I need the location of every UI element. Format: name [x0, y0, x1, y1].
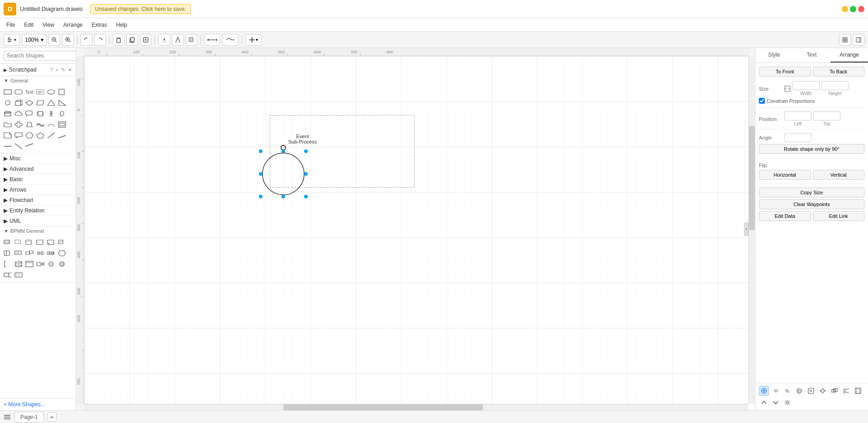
- drawing-canvas[interactable]: EventSub-Process: [84, 56, 755, 410]
- menu-edit[interactable]: Edit: [19, 20, 38, 30]
- scratchpad-header[interactable]: ▶ Scratchpad ? + ✎ ✕: [0, 64, 76, 76]
- shape-ellipse[interactable]: [46, 87, 56, 97]
- fullscreen-btn[interactable]: [839, 34, 851, 46]
- bpmn-section-label[interactable]: ▼ BPMN General: [0, 226, 76, 236]
- bpmn-task4[interactable]: [46, 237, 56, 247]
- handle-top-center[interactable]: [281, 149, 285, 153]
- zoom-in-btn[interactable]: [62, 34, 74, 46]
- bpmn-event5[interactable]: [35, 248, 45, 258]
- shape-actor[interactable]: [46, 109, 56, 119]
- bpmn-event2[interactable]: [3, 248, 13, 258]
- angle-input[interactable]: 0°: [784, 133, 811, 142]
- window-close[interactable]: [858, 6, 864, 12]
- bpmn-shape3[interactable]: [57, 259, 67, 269]
- undo-btn[interactable]: [81, 34, 92, 46]
- paste-style-btn[interactable]: [140, 34, 152, 46]
- bpmn-shape5[interactable]: [14, 270, 24, 280]
- tab-text[interactable]: Text: [793, 48, 830, 62]
- arrows-section[interactable]: ▶ Arrows: [0, 185, 76, 195]
- expand-right-handle[interactable]: ›: [744, 222, 749, 236]
- shape-pentagon[interactable]: [35, 130, 45, 140]
- menu-view[interactable]: View: [38, 20, 59, 30]
- shape-square[interactable]: [57, 87, 67, 97]
- basic-section[interactable]: ▶ Basic: [0, 174, 76, 185]
- window-maximize[interactable]: [850, 6, 856, 12]
- shape-line1[interactable]: [46, 130, 56, 140]
- flip-vertical-btn[interactable]: Vertical: [813, 170, 865, 180]
- connection-style-btn[interactable]: [204, 34, 220, 46]
- shape-parallelogram[interactable]: [35, 98, 45, 108]
- shape-text-box[interactable]: [35, 87, 45, 97]
- bpmn-hexagon[interactable]: [57, 248, 67, 258]
- shape-line4[interactable]: [14, 141, 24, 151]
- scratchpad-close-icon[interactable]: ✕: [68, 67, 72, 73]
- bottom-icon-5[interactable]: [806, 386, 816, 396]
- tab-arrange[interactable]: Arrange: [830, 48, 868, 62]
- height-input[interactable]: 80 pt: [821, 81, 849, 90]
- misc-section[interactable]: ▶ Misc: [0, 154, 76, 164]
- edit-data-btn[interactable]: Edit Data: [759, 211, 811, 221]
- clear-waypoints-btn[interactable]: Clear Waypoints: [759, 199, 864, 209]
- bpmn-annot[interactable]: [3, 259, 13, 269]
- hscroll-thumb[interactable]: [283, 404, 482, 410]
- bottom-icon-1[interactable]: [759, 386, 769, 396]
- shape-rectangle[interactable]: [3, 87, 13, 97]
- shape-note[interactable]: [3, 130, 13, 140]
- view-toggle[interactable]: ▾: [4, 34, 20, 46]
- copy-size-btn[interactable]: Copy Size: [759, 187, 864, 197]
- shadow-btn[interactable]: [186, 34, 197, 46]
- scratchpad-help-icon[interactable]: ?: [50, 67, 52, 73]
- shape-diamond[interactable]: [24, 98, 34, 108]
- copy-style-btn[interactable]: [126, 34, 138, 46]
- handle-mid-left[interactable]: [259, 172, 262, 176]
- zoom-out-btn[interactable]: [48, 34, 60, 46]
- shape-cylinder[interactable]: [3, 109, 13, 119]
- bpmn-shape1[interactable]: [35, 259, 45, 269]
- shape-rounded-rect[interactable]: [14, 87, 24, 97]
- shape-hexagon[interactable]: [24, 130, 34, 140]
- canvas-vscroll[interactable]: [749, 56, 755, 404]
- bottom-icon-2[interactable]: 中: [771, 386, 781, 396]
- handle-bot-left[interactable]: [259, 195, 262, 198]
- bottom-icon-10[interactable]: [771, 398, 781, 408]
- shape-arc[interactable]: [46, 120, 56, 130]
- to-front-btn[interactable]: To Front: [759, 67, 811, 77]
- shape-line5[interactable]: [24, 141, 34, 151]
- add-shape-btn[interactable]: ▾: [245, 34, 262, 46]
- line-color-btn[interactable]: [172, 34, 184, 46]
- shape-donut[interactable]: [57, 120, 67, 130]
- shape-text[interactable]: Text: [24, 87, 34, 97]
- bpmn-task[interactable]: [3, 237, 13, 247]
- shape-line2[interactable]: [57, 130, 67, 140]
- search-input[interactable]: [4, 51, 76, 61]
- more-shapes[interactable]: + More Shapes...: [0, 398, 76, 410]
- vscroll-thumb[interactable]: [749, 126, 755, 230]
- add-page-btn[interactable]: +: [48, 413, 57, 422]
- general-section-label[interactable]: ▼ General: [0, 76, 76, 85]
- handle-mid-right[interactable]: [304, 172, 308, 176]
- shape-trapezoid[interactable]: [24, 120, 34, 130]
- fill-color-btn[interactable]: [158, 34, 170, 46]
- bottom-icon-8[interactable]: [853, 386, 863, 396]
- top-input[interactable]: 640 pt: [813, 111, 840, 120]
- entity-relation-section[interactable]: ▶ Entity Relation: [0, 206, 76, 216]
- bpmn-pool[interactable]: [24, 259, 34, 269]
- scratchpad-edit-icon[interactable]: ✎: [61, 67, 65, 73]
- menu-file[interactable]: File: [2, 20, 19, 30]
- shape-triangle[interactable]: [46, 98, 56, 108]
- bpmn-subprocess[interactable]: [14, 237, 24, 247]
- flowchart-section[interactable]: ▶ Flowchart: [0, 195, 76, 206]
- bottom-icon-7[interactable]: [830, 386, 839, 396]
- bottom-icon-9[interactable]: [759, 398, 769, 408]
- shape-callout[interactable]: [14, 130, 24, 140]
- bottom-icon-4[interactable]: [794, 386, 804, 396]
- handle-top-right[interactable]: [304, 149, 308, 153]
- canvas-area[interactable]: 0 100 200 300 400 500 600 700 800: [76, 48, 755, 410]
- bottom-icon-gear[interactable]: [782, 398, 792, 408]
- rotate-90-btn[interactable]: Rotate shape only by 90°: [759, 144, 864, 154]
- shape-line3[interactable]: [3, 141, 13, 151]
- window-minimize[interactable]: [842, 6, 848, 12]
- menu-arrange[interactable]: Arrange: [59, 20, 87, 30]
- shape-speech-bubble[interactable]: [24, 109, 34, 119]
- to-back-btn[interactable]: To Back: [813, 67, 865, 77]
